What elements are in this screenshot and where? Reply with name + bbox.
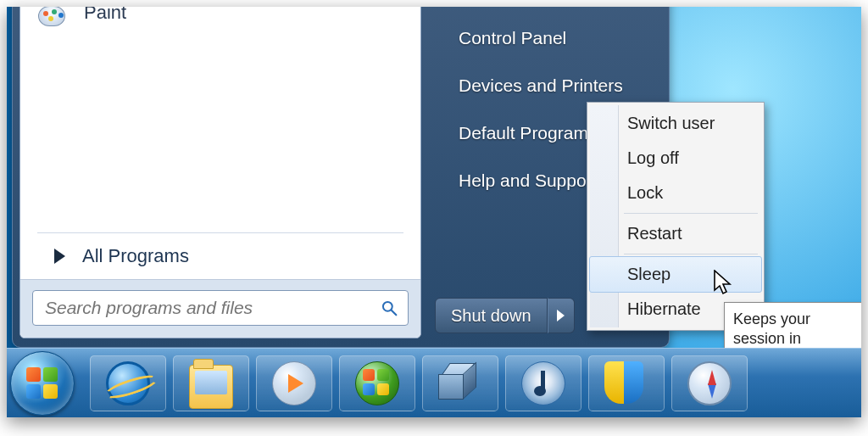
- taskbar-button-windows-media-center[interactable]: [339, 355, 415, 411]
- menu-item-switch-user[interactable]: Switch user: [590, 106, 761, 141]
- start-button[interactable]: [10, 351, 75, 416]
- shutdown-label: Shut down: [451, 306, 531, 326]
- taskbar-button-safari[interactable]: [671, 355, 748, 411]
- svg-line-1: [392, 310, 397, 316]
- triangle-right-icon: [557, 310, 565, 321]
- search-input[interactable]: [45, 298, 370, 318]
- menu-item-log-off[interactable]: Log off: [590, 141, 761, 176]
- shutdown-split-button: Shut down: [435, 298, 575, 333]
- separator: [37, 232, 403, 233]
- taskbar-button-file-explorer[interactable]: [173, 355, 249, 411]
- taskbar-button-windows-media-player[interactable]: [256, 355, 332, 411]
- all-programs-button[interactable]: All Programs: [20, 235, 420, 279]
- menu-separator: [624, 213, 758, 214]
- compass-icon: [687, 361, 732, 405]
- search-box[interactable]: [32, 290, 409, 326]
- taskbar-button-virtualbox[interactable]: [422, 355, 498, 411]
- taskbar-button-itunes[interactable]: [505, 355, 581, 411]
- windows-orb-icon: [355, 361, 399, 405]
- windows-logo-icon: [26, 367, 60, 401]
- menu-item-lock[interactable]: Lock: [590, 176, 761, 210]
- power-options-menu: Switch user Log off Lock Restart Sleep H…: [587, 102, 765, 331]
- taskbar: [7, 348, 861, 417]
- program-label: Paint: [84, 7, 126, 24]
- menu-item-sleep[interactable]: Sleep: [589, 256, 762, 293]
- cube-icon: [438, 363, 482, 407]
- internet-explorer-icon: [106, 361, 150, 405]
- folder-icon: [189, 365, 233, 409]
- search-icon: [381, 299, 398, 316]
- menu-item-restart[interactable]: Restart: [590, 216, 761, 251]
- right-pane-control-panel[interactable]: Control Panel: [453, 14, 648, 62]
- shield-icon: [604, 361, 648, 405]
- search-area: [20, 279, 420, 338]
- triangle-right-icon: [54, 249, 65, 264]
- menu-separator: [624, 254, 758, 254]
- taskbar-button-internet-explorer[interactable]: [90, 355, 166, 411]
- recent-programs-list: Paint: [20, 7, 420, 227]
- all-programs-label: All Programs: [82, 245, 189, 267]
- program-item-paint[interactable]: Paint: [29, 7, 412, 37]
- taskbar-button-security-shield[interactable]: [588, 355, 665, 411]
- shutdown-options-button[interactable]: [548, 298, 575, 333]
- shutdown-button[interactable]: Shut down: [435, 298, 548, 333]
- paint-icon: [35, 7, 72, 31]
- music-note-icon: [521, 361, 565, 405]
- start-menu-left-pane: Paint All Programs: [19, 7, 421, 338]
- start-menu: Paint All Programs: [12, 7, 670, 348]
- media-player-icon: [272, 361, 316, 405]
